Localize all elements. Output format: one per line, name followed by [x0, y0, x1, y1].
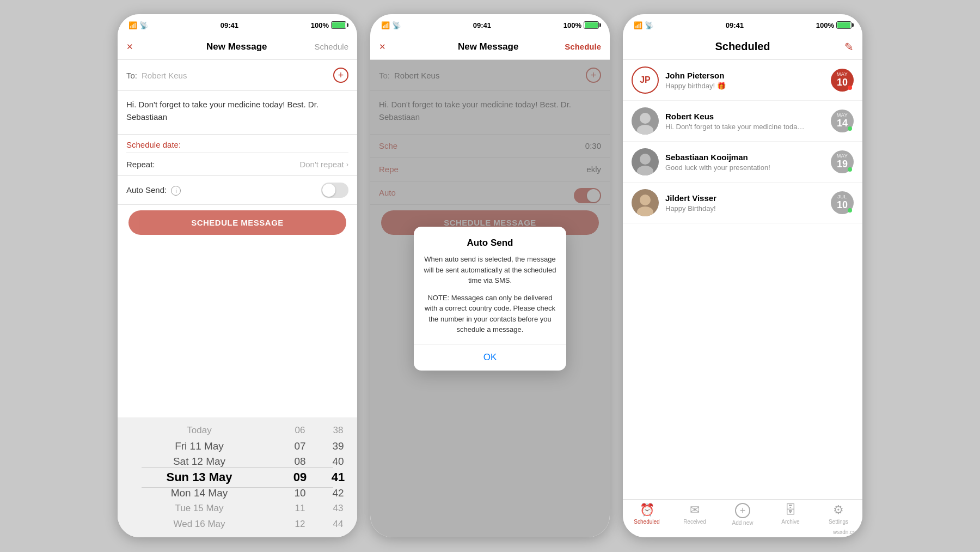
picker-fri11[interactable]: Fri 11 May [118, 439, 281, 454]
to-name-1: Robert Keus [142, 71, 333, 80]
picker-m38[interactable]: 38 [319, 423, 357, 439]
status-left-3: 📶 📡 [634, 21, 653, 29]
picker-h12[interactable]: 12 [281, 516, 319, 532]
badge-day-rk: 14 [837, 118, 848, 129]
badge-sched-indicator-sk [848, 167, 852, 172]
dialog-ok-button[interactable]: OK [422, 344, 558, 371]
signal-icon-3: 📶 [634, 21, 642, 29]
svg-point-7 [640, 195, 651, 205]
picker-sat12[interactable]: Sat 12 May [118, 454, 281, 470]
auto-send-label-1: Auto Send: i [126, 185, 321, 196]
screen2-content: To: Robert Keus + Hi. Don't forget to ta… [370, 60, 610, 537]
archive-icon: 🗄 [785, 503, 797, 517]
screen2-phone: 📶 📡 09:41 100% ✕ New Message Schedule To… [370, 14, 610, 537]
settings-icon: ⚙ [833, 503, 844, 517]
badge-sched-indicator-rk [848, 126, 852, 131]
picker-h08[interactable]: 08 [281, 454, 319, 470]
signal-icon-1: 📶 [128, 21, 137, 29]
battery-pct-2: 100% [564, 21, 581, 29]
picker-m41[interactable]: 41 [319, 470, 357, 486]
picker-m40[interactable]: 40 [319, 454, 357, 470]
picker-h06[interactable]: 06 [281, 423, 319, 439]
picker-mon14[interactable]: Mon 14 May [118, 485, 281, 501]
picker-wed16[interactable]: Wed 16 May [118, 516, 281, 532]
avatar-rk [632, 107, 659, 135]
contact-name-sk: Sebastiaan Kooijman [665, 153, 824, 162]
face-svg-sk [632, 148, 659, 175]
badge-month-sk: MAY [837, 153, 848, 159]
status-bar-1: 📶 📡 09:41 100% [118, 14, 357, 34]
contact-item-sk[interactable]: Sebastiaan Kooijman Good luck with your … [623, 142, 862, 183]
minute-column-1[interactable]: 38 39 40 41 42 43 44 [319, 423, 357, 532]
message-body-1[interactable]: Hi. Don't forget to take your medicine t… [118, 91, 357, 135]
toggle-knob-1 [322, 184, 335, 197]
picker-h10[interactable]: 10 [281, 485, 319, 501]
picker-m42[interactable]: 42 [319, 485, 357, 501]
picker-today[interactable]: Today [118, 423, 281, 439]
battery-icon-1 [331, 21, 346, 29]
status-right-3: 100% [816, 21, 852, 29]
info-icon-1[interactable]: i [171, 186, 181, 196]
tab-settings[interactable]: ⚙ Settings [814, 503, 862, 525]
picker-sun13[interactable]: Sun 13 May [118, 470, 281, 486]
wifi-icon-3: 📡 [645, 21, 653, 29]
contact-preview-sk: Good luck with your presentation! [665, 163, 807, 172]
add-contact-button-1[interactable]: + [333, 68, 348, 83]
picker-m39[interactable]: 39 [319, 439, 357, 454]
tab-received[interactable]: ✉ Received [671, 503, 719, 525]
badge-month-jv: JUL [837, 194, 847, 199]
contact-name-jv: Jildert Visser [665, 193, 824, 203]
day-column-1[interactable]: Today Fri 11 May Sat 12 May Sun 13 May M… [118, 423, 281, 532]
badge-day-jp: 10 [837, 77, 848, 88]
contact-item-jp[interactable]: JP John Pieterson Happy birthday! 🎁 MAY … [623, 60, 862, 101]
badge-sched-indicator-jv [848, 208, 852, 213]
tab-add-new-label: Add new [732, 520, 754, 526]
time-1: 09:41 [220, 21, 238, 29]
nav-bar-1: ✕ New Message Schedule [118, 34, 357, 60]
repeat-value-1: Don't repeat [299, 160, 344, 169]
edit-icon-3[interactable]: ✎ [844, 41, 854, 53]
contact-preview-jp: Happy birthday! 🎁 [665, 82, 807, 90]
battery-pct-3: 100% [816, 21, 834, 29]
close-button-2[interactable]: ✕ [379, 42, 412, 52]
schedule-button-2[interactable]: Schedule [565, 42, 601, 51]
picker-columns-1: Today Fri 11 May Sat 12 May Sun 13 May M… [118, 423, 357, 532]
picker-h07[interactable]: 07 [281, 439, 319, 454]
wifi-icon-2: 📡 [392, 21, 401, 29]
repeat-row-1[interactable]: Repeat: Don't repeat › [118, 153, 357, 176]
form-section-1: To: Robert Keus + Hi. Don't forget to ta… [118, 60, 357, 205]
schedule-message-button-1[interactable]: SCHEDULE MESSAGE [128, 210, 346, 235]
date-picker-1[interactable]: Today Fri 11 May Sat 12 May Sun 13 May M… [118, 417, 357, 537]
close-button-1[interactable]: ✕ [126, 42, 159, 52]
picker-h11[interactable]: 11 [281, 501, 319, 517]
picker-tue15[interactable]: Tue 15 May [118, 501, 281, 517]
add-new-icon: + [735, 503, 750, 518]
picker-m44[interactable]: 44 [319, 516, 357, 532]
tab-scheduled[interactable]: ⏰ Scheduled [623, 503, 671, 525]
repeat-label-1: Repeat: [126, 160, 299, 169]
picker-m43[interactable]: 43 [319, 501, 357, 517]
dialog-title: Auto Send [422, 238, 558, 248]
auto-send-toggle-1[interactable] [321, 183, 348, 198]
nav-right-3: ✎ [821, 40, 854, 53]
battery-pct-1: 100% [311, 21, 329, 29]
date-badge-sk: MAY 19 [831, 150, 854, 173]
status-bar-3: 📶 📡 09:41 100% [623, 14, 862, 34]
picker-h09[interactable]: 09 [281, 470, 319, 486]
auto-send-row-1: Auto Send: i [118, 176, 357, 205]
hour-column-1[interactable]: 06 07 08 09 10 11 12 [281, 423, 319, 532]
contact-info-sk: Sebastiaan Kooijman Good luck with your … [665, 153, 824, 172]
schedule-button-1[interactable]: Schedule [314, 42, 348, 51]
dialog-body: When auto send is selected, the message … [422, 254, 558, 286]
contact-info-jv: Jildert Visser Happy Birthday! [665, 193, 824, 213]
tab-add-new[interactable]: + Add new [719, 503, 767, 526]
battery-icon-2 [584, 21, 599, 29]
nav-title-2: New Message [412, 41, 565, 52]
contact-item-jv[interactable]: Jildert Visser Happy Birthday! JUL 10 [623, 183, 862, 223]
battery-icon-3 [836, 21, 852, 29]
signal-icon-2: 📶 [381, 21, 390, 29]
nav-bar-2: ✕ New Message Schedule [370, 34, 610, 60]
contact-item-rk[interactable]: Robert Keus Hi. Don't forget to take you… [623, 101, 862, 142]
status-right-1: 100% [311, 21, 346, 29]
tab-archive[interactable]: 🗄 Archive [767, 503, 814, 525]
